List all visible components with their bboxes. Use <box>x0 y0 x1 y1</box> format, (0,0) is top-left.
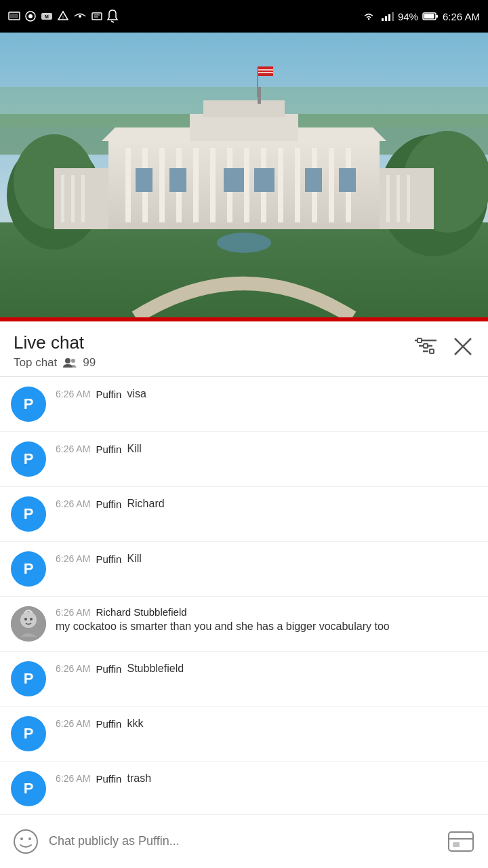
avatar <box>11 606 46 642</box>
message-content: 6:26 AM Puffin Kill <box>56 551 142 568</box>
chat-input-bar <box>0 814 488 868</box>
avatar: P <box>11 771 46 806</box>
svg-rect-51 <box>81 175 85 222</box>
chat-input-field[interactable] <box>49 827 436 856</box>
message-meta: 6:26 AM Puffin Kill <box>56 441 142 456</box>
svg-rect-1 <box>10 14 18 18</box>
live-chat-title: Live chat <box>14 332 96 353</box>
svg-rect-63 <box>258 66 273 76</box>
message-meta: 6:26 AM Puffin Richard <box>56 496 165 511</box>
chat-message-row: P 6:26 AM Puffin Stubblefield <box>0 652 488 707</box>
message-time: 6:26 AM <box>56 443 90 454</box>
svg-point-8 <box>79 15 81 18</box>
svg-rect-13 <box>382 18 384 21</box>
message-content: 6:26 AM Puffin kkk <box>56 716 143 732</box>
svg-rect-53 <box>396 175 400 222</box>
svg-rect-31 <box>159 148 165 222</box>
message-time: 6:26 AM <box>56 553 90 564</box>
avatar: P <box>11 387 46 422</box>
live-chat-header: Live chat Top chat 99 <box>0 321 488 377</box>
chat-message-row: P 6:26 AM Puffin trash <box>0 762 488 816</box>
message-meta: 6:26 AM Puffin Stubblefield <box>56 661 184 676</box>
chat-messages-list: P 6:26 AM Puffin visa P 6:26 AM Puffin K… <box>0 377 488 868</box>
people-icon <box>62 357 77 368</box>
svg-rect-39 <box>295 148 300 222</box>
svg-line-12 <box>111 21 114 22</box>
message-content: 6:26 AM Puffin visa <box>56 387 146 403</box>
avatar: P <box>11 441 46 477</box>
status-bar: M ! 94% 6:26 AM <box>0 0 488 33</box>
message-text: Richard <box>127 496 164 511</box>
status-info-right: 94% 6:26 AM <box>361 11 480 22</box>
chat-message-row: 6:26 AM Richard Stubblefield my cockatoo… <box>0 597 488 652</box>
message-time: 6:26 AM <box>56 718 90 729</box>
time-display: 6:26 AM <box>443 11 480 22</box>
svg-point-3 <box>28 14 33 18</box>
svg-point-61 <box>217 233 271 253</box>
message-content: 6:26 AM Puffin trash <box>56 771 151 787</box>
message-meta: 6:26 AM Puffin visa <box>56 387 146 401</box>
message-author: Puffin <box>96 389 121 400</box>
svg-rect-59 <box>305 168 322 192</box>
battery-text: 94% <box>398 11 418 22</box>
svg-point-80 <box>14 830 37 853</box>
message-content: 6:26 AM Richard Stubblefield my cockatoo… <box>56 606 390 634</box>
message-text: Kill <box>127 441 141 456</box>
svg-point-79 <box>30 618 33 620</box>
svg-rect-16 <box>392 12 394 21</box>
chat-message-row: P 6:26 AM Puffin visa <box>0 377 488 432</box>
top-chat-label[interactable]: Top chat <box>14 356 57 370</box>
close-button[interactable] <box>451 335 474 361</box>
svg-rect-45 <box>203 100 285 117</box>
chat-message-row: P 6:26 AM Puffin Kill <box>0 542 488 597</box>
svg-point-66 <box>65 358 70 363</box>
chat-message-row: P 6:26 AM Puffin kkk <box>0 707 488 762</box>
svg-rect-71 <box>418 338 422 342</box>
message-author: Puffin <box>96 718 121 730</box>
avatar: P <box>11 661 46 696</box>
svg-rect-9 <box>92 13 102 20</box>
message-text: my cockatoo is smarter than you and she … <box>56 619 390 634</box>
svg-text:M: M <box>45 14 49 19</box>
svg-rect-44 <box>190 114 298 141</box>
svg-rect-58 <box>254 168 274 192</box>
svg-rect-38 <box>278 148 283 222</box>
message-time: 6:26 AM <box>56 498 90 509</box>
filter-button[interactable] <box>413 336 438 359</box>
message-meta: 6:26 AM Puffin Kill <box>56 551 142 566</box>
svg-rect-36 <box>244 148 249 222</box>
message-meta: 6:26 AM Puffin kkk <box>56 716 143 731</box>
video-player[interactable] <box>0 33 488 317</box>
svg-rect-73 <box>430 349 434 353</box>
message-author: Puffin <box>96 773 121 785</box>
message-meta: 6:26 AM Richard Stubblefield <box>56 606 390 618</box>
super-chat-button[interactable] <box>445 825 477 858</box>
svg-rect-34 <box>210 148 216 222</box>
svg-rect-33 <box>193 148 199 222</box>
svg-rect-56 <box>169 168 186 192</box>
svg-text:!: ! <box>62 15 64 20</box>
message-author: Puffin <box>96 443 121 455</box>
svg-rect-85 <box>453 842 460 847</box>
svg-rect-50 <box>71 175 75 222</box>
svg-point-81 <box>20 837 23 840</box>
svg-rect-15 <box>388 14 390 21</box>
message-author: Richard Stubblefield <box>96 606 186 618</box>
message-time: 6:26 AM <box>56 607 90 618</box>
message-text: kkk <box>127 716 143 731</box>
svg-rect-19 <box>424 14 434 19</box>
svg-rect-14 <box>385 16 387 21</box>
message-content: 6:26 AM Puffin Stubblefield <box>56 661 184 677</box>
message-time: 6:26 AM <box>56 389 90 399</box>
svg-rect-72 <box>424 344 428 348</box>
header-icons <box>413 332 474 361</box>
svg-rect-29 <box>125 148 131 222</box>
status-icons-left: M ! <box>8 9 118 23</box>
emoji-button[interactable] <box>11 827 41 856</box>
svg-rect-54 <box>407 175 410 222</box>
chat-title-area: Live chat Top chat 99 <box>14 332 96 370</box>
message-content: 6:26 AM Puffin Richard <box>56 496 165 513</box>
message-time: 6:26 AM <box>56 773 90 784</box>
message-author: Puffin <box>96 663 121 675</box>
svg-rect-49 <box>61 175 64 222</box>
